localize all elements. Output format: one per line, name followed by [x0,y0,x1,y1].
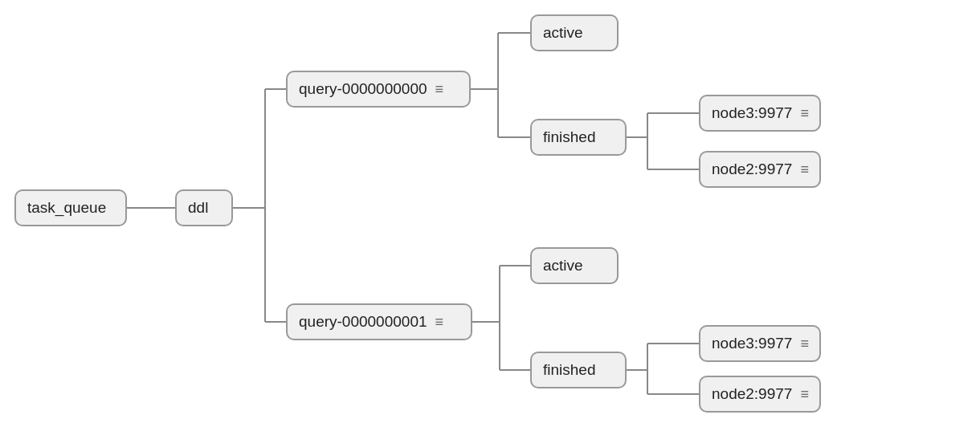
node-label-node3_top: node3:9977 [712,104,792,122]
node-label-task_queue: task_queue [27,199,106,217]
menu-icon-query1[interactable]: ≡ [435,314,444,331]
node-label-active_bot: active [543,257,583,274]
node-label-active_top: active [543,24,583,42]
node-query0[interactable]: query-0000000000≡ [286,71,471,108]
node-label-finished_top: finished [543,128,596,146]
node-node3_top[interactable]: node3:9977≡ [699,95,821,132]
node-ddl[interactable]: ddl [175,189,233,226]
node-label-node2_bot: node2:9977 [712,385,792,403]
node-task_queue[interactable]: task_queue [14,189,127,226]
menu-icon-query0[interactable]: ≡ [435,81,444,98]
node-active_bot[interactable]: active [530,247,619,284]
node-label-node2_top: node2:9977 [712,161,792,178]
node-label-query1: query-0000000001 [299,313,427,331]
node-node3_bot[interactable]: node3:9977≡ [699,325,821,362]
menu-icon-node2_bot[interactable]: ≡ [800,386,809,403]
menu-icon-node3_bot[interactable]: ≡ [800,336,809,352]
node-label-finished_bot: finished [543,361,596,379]
node-node2_top[interactable]: node2:9977≡ [699,151,821,188]
node-active_top[interactable]: active [530,14,619,51]
tree-layout: task_queueddlquery-0000000000≡query-0000… [0,0,980,427]
node-label-node3_bot: node3:9977 [712,335,792,352]
node-label-query0: query-0000000000 [299,80,427,98]
node-query1[interactable]: query-0000000001≡ [286,303,472,340]
node-finished_bot[interactable]: finished [530,352,627,388]
node-node2_bot[interactable]: node2:9977≡ [699,376,821,413]
node-label-ddl: ddl [188,199,208,217]
menu-icon-node2_top[interactable]: ≡ [800,161,809,178]
node-finished_top[interactable]: finished [530,119,627,156]
menu-icon-node3_top[interactable]: ≡ [800,105,809,122]
connectors-svg [0,0,980,427]
